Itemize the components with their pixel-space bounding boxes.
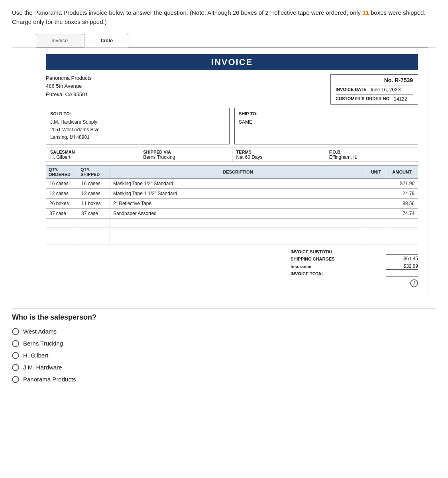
info-icon[interactable]: i: [410, 279, 418, 287]
radio-1[interactable]: [12, 340, 19, 347]
invoice-top-row: Panorama Products 486 5th Avenue Eureka,…: [46, 74, 418, 105]
sold-to-box: SOLD TO: J.M. Hardware Supply 2051 West …: [46, 108, 230, 144]
instruction-part1: Use the Panorama Products invoice below …: [12, 9, 362, 16]
customer-order-label: CUSTOMER'S ORDER NO.: [336, 96, 391, 102]
ship-to-value: SAME: [239, 119, 414, 126]
invoice-date-row: INVOICE DATE June 16, 20XX: [336, 85, 413, 93]
unit-cell: [366, 188, 386, 198]
amount-cell: 88.56: [386, 198, 418, 208]
radio-3[interactable]: [12, 364, 19, 371]
sender-line3: Eureka, CA 95501: [46, 91, 92, 99]
salesman-value: H. Gilbert: [50, 154, 135, 160]
answer-option-0[interactable]: West Adams: [12, 328, 436, 335]
total-label: INVOICE TOTAL: [291, 271, 324, 276]
totals-table: INVOICE SUBTOTAL SHIPPING CHARGES $61.45…: [291, 249, 418, 278]
answer-option-2[interactable]: H. Gilbert: [12, 352, 436, 359]
table-row: 26 boxes 11 boxes 2" Reflective Tape 88.…: [46, 198, 418, 208]
subtotal-label: INVOICE SUBTOTAL: [291, 249, 333, 254]
invoice-no-row: No. R-7539: [336, 77, 413, 83]
salesman-label: SALESMAN: [50, 150, 135, 154]
sold-to-line2: 2051 West Adams Blvd.: [50, 126, 225, 134]
answer-option-1[interactable]: Berns Trucking: [12, 340, 436, 347]
col-header-description: DESCRIPTION: [110, 165, 366, 178]
totals-section: INVOICE SUBTOTAL SHIPPING CHARGES $61.45…: [46, 249, 418, 278]
col-header-unit: UNIT: [366, 165, 386, 178]
option-label-2: H. Gilbert: [23, 352, 48, 359]
total-row: INVOICE TOTAL: [291, 271, 418, 277]
answer-options: West Adams Berns Trucking H. Gilbert J.M…: [12, 328, 436, 383]
question-section: Who is the salesperson? West Adams Berns…: [12, 308, 436, 383]
description-cell: Masking Tape 1/2" Standard: [110, 178, 366, 188]
invoice-meta-box: No. R-7539 INVOICE DATE June 16, 20XX CU…: [330, 74, 418, 105]
qty-shipped-cell: 12 cases: [78, 188, 110, 198]
option-label-0: West Adams: [23, 328, 57, 335]
fob-cell: F.O.B. Effingham, IL: [325, 148, 418, 162]
invoice-container: INVOICE Panorama Products 486 5th Avenue…: [36, 47, 428, 297]
sold-to-label: SOLD TO:: [50, 111, 225, 118]
tab-invoice[interactable]: Invoice: [36, 34, 83, 47]
qty-shipped-cell: 11 boxes: [78, 198, 110, 208]
invoice-no-value: R-7539: [395, 77, 413, 83]
invoice-title: INVOICE: [46, 54, 418, 70]
instruction-text: Use the Panorama Products invoice below …: [12, 8, 436, 27]
instruction-highlight: 11: [362, 9, 369, 16]
option-label-4: Panorama Products: [23, 376, 76, 383]
qty-shipped-cell: 37 case: [78, 208, 110, 218]
shipping-value: $61.45: [386, 256, 418, 262]
amount-cell: $21.90: [386, 178, 418, 188]
option-label-3: J.M. Hardware: [23, 364, 62, 371]
col-header-qty-shipped: QTY. SHIPPED: [78, 165, 110, 178]
customer-order-row: CUSTOMER'S ORDER NO. 14122: [336, 94, 413, 102]
subtotal-row: INVOICE SUBTOTAL: [291, 249, 418, 255]
insurance-value: $32.99: [386, 263, 418, 270]
sold-to-line1: J.M. Hardware Supply: [50, 119, 225, 126]
unit-cell: [366, 208, 386, 218]
insurance-row: Insurance $32.99: [291, 263, 418, 270]
sold-to-line3: Lansing, MI 48901: [50, 134, 225, 141]
option-label-1: Berns Trucking: [23, 340, 63, 347]
insurance-label: Insurance: [291, 264, 311, 269]
shipping-label: SHIPPING CHARGES: [291, 257, 335, 261]
salesman-row: SALESMAN H. Gilbert SHIPPED VIA Berns Tr…: [46, 148, 418, 162]
answer-option-3[interactable]: J.M. Hardware: [12, 364, 436, 371]
radio-2[interactable]: [12, 352, 19, 359]
qty-ordered-cell: 12 cases: [46, 188, 78, 198]
description-cell: Masking Tape 1 1/2" Standard: [110, 188, 366, 198]
radio-4[interactable]: [12, 376, 19, 383]
address-row: SOLD TO: J.M. Hardware Supply 2051 West …: [46, 108, 418, 144]
tab-table[interactable]: Table: [84, 34, 128, 47]
terms-cell: TERMS Net 60 Days: [232, 148, 325, 162]
shipped-via-label: SHIPPED VIA: [143, 150, 228, 154]
amount-cell: 24.79: [386, 188, 418, 198]
sender-line1: Panorama Products: [46, 74, 92, 83]
qty-ordered-cell: 16 cases: [46, 178, 78, 188]
shipped-via-value: Berns Trucking: [143, 154, 228, 160]
invoice-date-label: INVOICE DATE: [336, 87, 366, 93]
radio-0[interactable]: [12, 328, 19, 335]
ship-to-label: SHIP TO:: [239, 111, 414, 118]
fob-value: Effingham, IL: [329, 154, 414, 160]
col-header-qty-ordered: QTY. ORDERED: [46, 165, 78, 178]
invoice-date-value: June 16, 20XX: [369, 87, 401, 93]
unit-cell: [366, 198, 386, 208]
table-row: 37 case 37 case Sandpaper Assorted 74.74: [46, 208, 418, 218]
shipped-via-cell: SHIPPED VIA Berns Trucking: [139, 148, 232, 162]
table-row: 12 cases 12 cases Masking Tape 1 1/2" St…: [46, 188, 418, 198]
table-row: 16 cases 16 cases Masking Tape 1/2" Stan…: [46, 178, 418, 188]
items-table: QTY. ORDERED QTY. SHIPPED DESCRIPTION UN…: [46, 165, 418, 245]
amount-cell: 74.74: [386, 208, 418, 218]
table-row-empty: [46, 236, 418, 245]
subtotal-line: [386, 249, 418, 255]
invoice-no-label: No.: [384, 77, 393, 83]
qty-ordered-cell: 37 case: [46, 208, 78, 218]
customer-order-value: 14122: [394, 96, 407, 102]
total-line: [386, 271, 418, 277]
fob-label: F.O.B.: [329, 150, 414, 154]
table-row-empty: [46, 218, 418, 227]
description-cell: Sandpaper Assorted: [110, 208, 366, 218]
col-header-amount: AMOUNT: [386, 165, 418, 178]
unit-cell: [366, 178, 386, 188]
sender-info: Panorama Products 486 5th Avenue Eureka,…: [46, 74, 92, 99]
tabs-row: Invoice Table: [12, 34, 436, 47]
answer-option-4[interactable]: Panorama Products: [12, 376, 436, 383]
